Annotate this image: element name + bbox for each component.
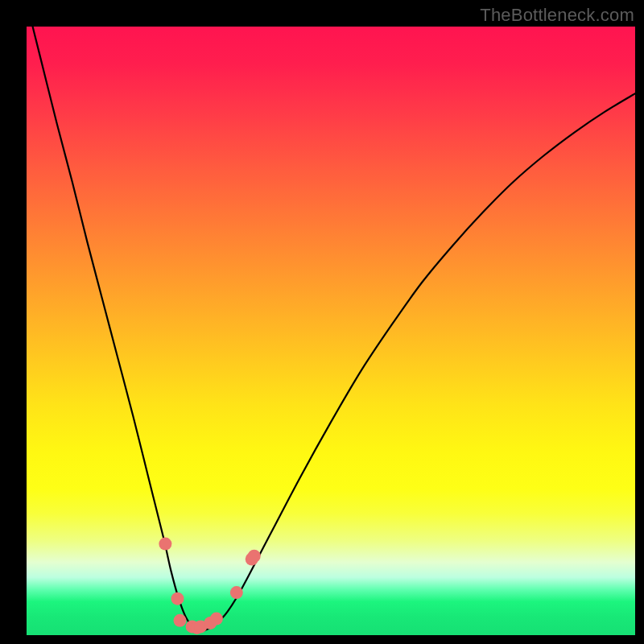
data-marker bbox=[230, 586, 243, 599]
chart-frame: TheBottleneck.com bbox=[0, 0, 644, 644]
bottleneck-curve bbox=[27, 27, 635, 630]
chart-svg bbox=[27, 27, 635, 635]
data-marker bbox=[210, 613, 223, 625]
data-marker bbox=[159, 538, 171, 551]
plot-area bbox=[27, 27, 635, 635]
data-marker bbox=[171, 592, 184, 605]
data-marker bbox=[248, 550, 261, 563]
watermark-text: TheBottleneck.com bbox=[480, 5, 634, 26]
data-marker bbox=[174, 614, 187, 627]
curve-layer bbox=[27, 27, 635, 630]
